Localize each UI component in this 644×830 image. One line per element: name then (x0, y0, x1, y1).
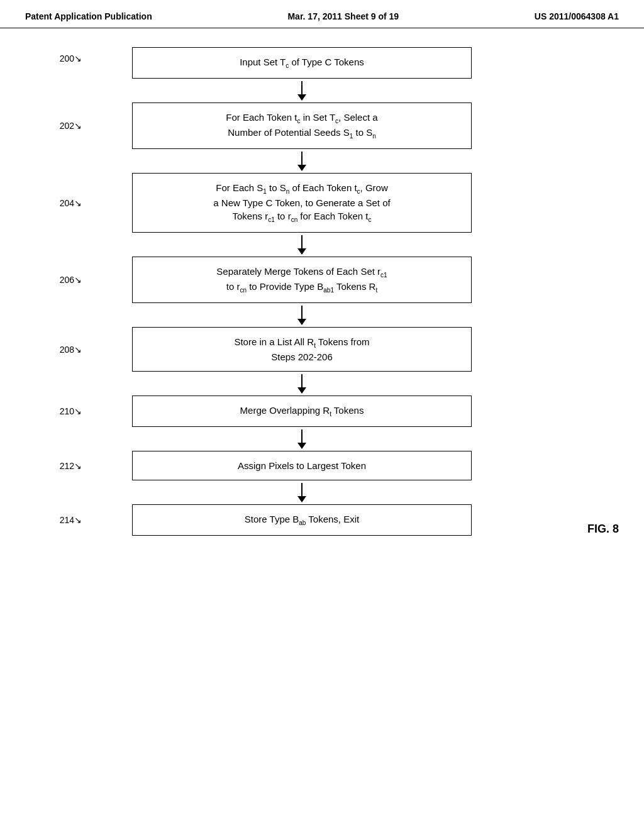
step-208-label: 208↘ (47, 345, 82, 355)
step-206-box: Separately Merge Tokens of Each Set rc1 … (132, 257, 472, 303)
step-214-box: Store Type Bab Tokens, Exit (132, 504, 472, 536)
main-content: 200↘ Input Set Tc of Type C Tokens 202↘ … (0, 28, 644, 555)
step-206-wrapper: 206↘ Separately Merge Tokens of Each Set… (88, 257, 516, 303)
step-200-wrapper: 200↘ Input Set Tc of Type C Tokens (88, 47, 516, 79)
arrow-line-7 (301, 483, 303, 502)
arrow-line-1 (301, 81, 303, 100)
arrow-208-210 (132, 372, 472, 396)
step-204-box: For Each S1 to Sn of Each Token tc, Grow… (132, 173, 472, 233)
step-212-label: 212↘ (47, 461, 82, 471)
step-214-wrapper: 214↘ Store Type Bab Tokens, Exit (88, 504, 516, 536)
figure-label: FIG. 8 (587, 523, 619, 536)
page-header: Patent Application Publication Mar. 17, … (0, 0, 644, 28)
arrow-212-214 (132, 480, 472, 504)
step-202-box: For Each Token tc in Set Tc, Select a Nu… (132, 102, 472, 149)
step-202-label: 202↘ (47, 121, 82, 131)
arrow-204-206 (132, 233, 472, 257)
step-200-box: Input Set Tc of Type C Tokens (132, 47, 472, 79)
step-208-box: Store in a List All Rt Tokens from Steps… (132, 327, 472, 372)
arrow-200-202 (132, 79, 472, 102)
step-212-wrapper: 212↘ Assign Pixels to Largest Token (88, 451, 516, 480)
arrow-line-6 (301, 429, 303, 448)
arrow-line-5 (301, 374, 303, 393)
arrow-202-204 (132, 149, 472, 173)
step-200-label: 200↘ (47, 53, 82, 64)
arrow-210-212 (132, 427, 472, 451)
step-204-wrapper: 204↘ For Each S1 to Sn of Each Token tc,… (88, 173, 516, 233)
step-212-box: Assign Pixels to Largest Token (132, 451, 472, 480)
arrow-line-4 (301, 306, 303, 324)
step-210-label: 210↘ (47, 406, 82, 416)
arrow-line-2 (301, 152, 303, 170)
arrow-206-208 (132, 303, 472, 327)
step-204-label: 204↘ (47, 198, 82, 208)
header-publication: Patent Application Publication (25, 11, 152, 21)
step-210-wrapper: 210↘ Merge Overlapping Rt Tokens (88, 396, 516, 427)
flow-diagram: 200↘ Input Set Tc of Type C Tokens 202↘ … (88, 47, 516, 536)
step-214-label: 214↘ (47, 515, 82, 525)
step-206-label: 206↘ (47, 275, 82, 285)
step-210-box: Merge Overlapping Rt Tokens (132, 396, 472, 427)
header-patent-number: US 2011/0064308 A1 (535, 11, 619, 21)
arrow-line-3 (301, 235, 303, 254)
header-date-sheet: Mar. 17, 2011 Sheet 9 of 19 (287, 11, 399, 21)
step-208-wrapper: 208↘ Store in a List All Rt Tokens from … (88, 327, 516, 372)
step-202-wrapper: 202↘ For Each Token tc in Set Tc, Select… (88, 102, 516, 149)
